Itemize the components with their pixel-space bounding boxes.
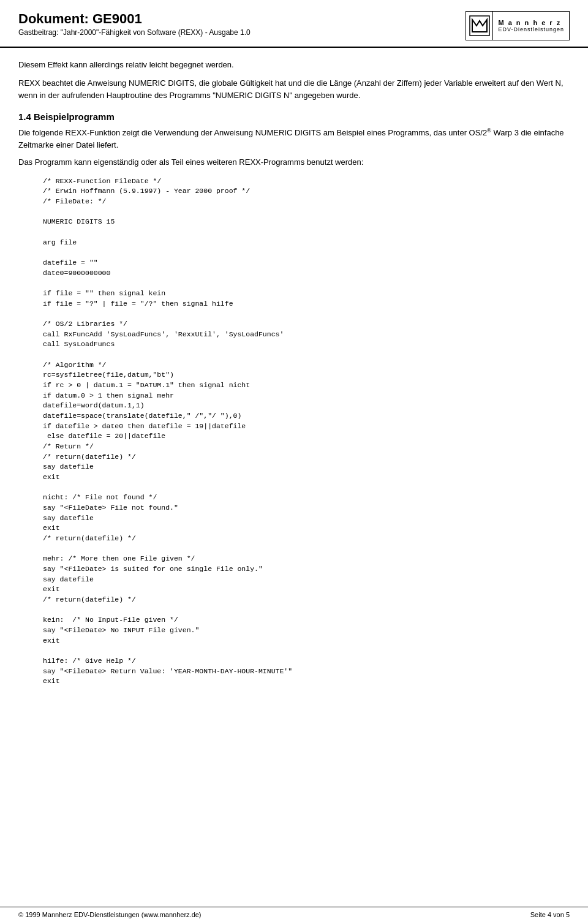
logo-text-box: M a n n h e r z EDV-Dienstleistungen <box>493 12 569 40</box>
page-footer: © 1999 Mannherz EDV-Dienstleistungen (ww… <box>0 907 588 922</box>
footer-page-info: Seite 4 von 5 <box>530 911 570 918</box>
intro-paragraph: Diesem Effekt kann allerdings relativ le… <box>18 59 570 71</box>
page-content: Diesem Effekt kann allerdings relativ le… <box>0 48 588 705</box>
body-paragraph-3: Das Programm kann eigenständig oder als … <box>18 156 570 168</box>
footer-copyright: © 1999 Mannherz EDV-Dienstleistungen (ww… <box>18 911 202 918</box>
logo-box: M a n n h e r z EDV-Dienstleistungen <box>466 11 570 40</box>
header-left: Dokument: GE9001 Gastbeitrag: "Jahr-2000… <box>18 11 251 37</box>
header-right: M a n n h e r z EDV-Dienstleistungen <box>466 11 570 40</box>
logo-graphic <box>466 12 493 40</box>
body-paragraph-2: Die folgende REXX-Funktion zeigt die Ver… <box>18 127 570 152</box>
page-header: Dokument: GE9001 Gastbeitrag: "Jahr-2000… <box>0 0 588 48</box>
company-logo-icon <box>469 15 491 37</box>
code-block: /* REXX-Function FileDate */ /* Erwin Ho… <box>43 176 570 687</box>
para2-text: Die folgende REXX-Funktion zeigt die Ver… <box>18 128 487 137</box>
doc-title: Dokument: GE9001 <box>18 11 251 27</box>
doc-subtitle: Gastbeitrag: "Jahr-2000"-Fähigkeit von S… <box>18 28 251 37</box>
logo-name: M a n n h e r z <box>498 19 564 26</box>
logo-tagline: EDV-Dienstleistungen <box>498 26 564 32</box>
svg-marker-1 <box>472 20 487 32</box>
superscript-r: ® <box>487 127 491 134</box>
body-paragraph-1: REXX beachtet die Anweisung NUMERIC DIGI… <box>18 77 570 102</box>
section-heading: 1.4 Beispielprogramm <box>18 111 570 122</box>
